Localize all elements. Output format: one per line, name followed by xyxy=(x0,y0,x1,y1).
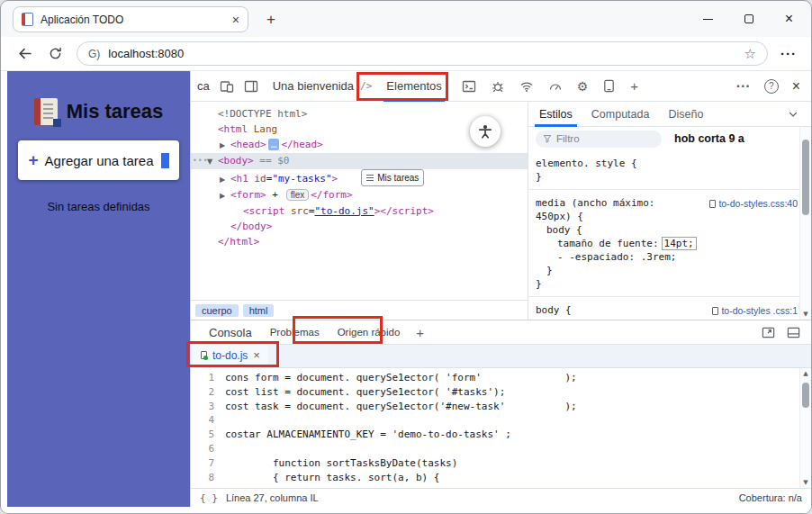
code-line[interactable]: 3cost task = document. querySe1ector('#n… xyxy=(191,400,799,414)
stylesheet-link[interactable]: to-do-styles.css:40 xyxy=(709,197,798,211)
expand-drawer-icon[interactable] xyxy=(762,326,775,339)
style-rule-line[interactable]: } xyxy=(528,277,799,291)
refresh-button[interactable] xyxy=(49,47,62,60)
caret-down-icon[interactable]: ▼ xyxy=(207,154,218,169)
style-rule-line[interactable]: media (ancho máximo:to-do-styles.css:40 xyxy=(528,196,799,210)
minimize-button[interactable] xyxy=(688,1,728,37)
caret-right-icon[interactable]: ▶ xyxy=(220,188,230,203)
file-tab-todojs[interactable]: to-do.js × xyxy=(193,345,268,367)
back-button[interactable] xyxy=(17,46,32,61)
tab-layout[interactable]: Diseño xyxy=(660,102,711,127)
caret-right-icon[interactable]: ▶ xyxy=(220,138,230,153)
scrollbar-thumb[interactable] xyxy=(802,383,809,408)
code-line[interactable]: 4 xyxy=(191,413,799,428)
close-file-tab-icon[interactable]: × xyxy=(253,348,260,362)
console-panel-icon[interactable] xyxy=(462,79,476,94)
tab-quick-source[interactable]: Origen rápido xyxy=(338,327,401,338)
style-rule-line[interactable]: body {to-do-styles .css:1 xyxy=(528,303,799,317)
devtools-drawer: Consola Problemas Origen rápido + xyxy=(191,320,811,507)
code-text: cost task = document. querySe1ector('#ne… xyxy=(225,400,577,414)
dom-tree-row[interactable]: </html> xyxy=(191,234,528,249)
code-line[interactable]: 8 { return tasks. sort(a, b) { xyxy=(191,471,799,485)
scroll-down-icon[interactable]: ▼ xyxy=(800,311,811,318)
style-rule-section: media (ancho máximo:to-do-styles.css:404… xyxy=(528,189,799,296)
help-icon[interactable]: ? xyxy=(764,79,779,94)
url-text[interactable]: localhost:8080 xyxy=(108,47,735,60)
browser-menu-kebab-icon[interactable]: ··· xyxy=(780,46,797,61)
tab-welcome[interactable]: Una bienvenida xyxy=(267,71,359,102)
dom-tree-row[interactable]: ▶<form> + flex</form> xyxy=(191,187,528,203)
style-rule-line[interactable]: body { xyxy=(528,223,799,237)
dom-tree-row[interactable]: </body> xyxy=(191,219,528,234)
browser-tab[interactable]: Aplicación TODO × xyxy=(13,6,248,32)
line-number: 1 xyxy=(191,371,225,385)
close-window-button[interactable]: × xyxy=(769,1,809,37)
code-line[interactable]: 6 xyxy=(191,442,799,456)
devtools-panel: ca Una bienvenida /> Elementos xyxy=(190,71,811,507)
tab-console[interactable]: Consola xyxy=(209,326,252,339)
code-token: script> xyxy=(392,205,434,217)
pretty-print-icon[interactable]: { } xyxy=(200,492,218,504)
tab-elements[interactable]: Elementos xyxy=(381,71,447,102)
line-number: 7 xyxy=(191,456,225,471)
add-drawer-tab-icon[interactable]: + xyxy=(416,325,424,340)
dock-bottom-icon[interactable] xyxy=(787,326,800,339)
dom-tree-row[interactable]: •••▼<body> == $0 xyxy=(191,153,528,169)
scrollbar-thumb[interactable] xyxy=(802,140,809,215)
dom-tree-row[interactable]: <script src="to-do.js"></script> xyxy=(191,203,528,219)
breadcrumb-item-body[interactable]: cuerpo xyxy=(195,304,239,317)
add-task-button[interactable]: + Agregar una tarea xyxy=(18,140,179,180)
performance-gauge-icon[interactable] xyxy=(548,79,563,94)
code-line[interactable]: 1cons form = document. querySe1ector( 'f… xyxy=(191,371,799,385)
network-wifi-icon[interactable] xyxy=(519,79,534,94)
text-caret-highlight xyxy=(161,153,169,168)
scroll-up-icon[interactable]: ▲ xyxy=(800,370,811,377)
styles-toolbar-text[interactable]: hob corta 9 a xyxy=(674,132,744,145)
toolbar-right-cluster: ··· ? × xyxy=(736,78,811,95)
bug-icon[interactable] xyxy=(491,79,505,94)
dom-tree-row[interactable]: ▶<h1 id="my-tasks">Mis tareas xyxy=(191,169,528,187)
device-emulation-icon[interactable] xyxy=(602,79,616,93)
tab-close-icon[interactable]: × xyxy=(232,13,239,27)
accessibility-inspect-button[interactable] xyxy=(470,116,501,147)
new-tab-button[interactable]: + xyxy=(266,11,275,29)
more-tools-plus-icon[interactable]: + xyxy=(630,79,638,93)
css-text: body { xyxy=(546,224,582,236)
styles-filter-input[interactable]: Filtro xyxy=(536,131,662,148)
chevron-down-icon[interactable] xyxy=(788,109,798,120)
accessibility-person-icon xyxy=(477,123,493,140)
address-bar[interactable]: G) localhost:8080 ☆ xyxy=(77,41,768,66)
more-options-kebab-icon[interactable]: ··· xyxy=(736,78,751,95)
site-info-badge[interactable]: G) xyxy=(88,48,100,60)
close-devtools-icon[interactable]: × xyxy=(792,78,800,95)
style-rule-line[interactable]: } xyxy=(528,170,799,184)
device-toolbar-icon[interactable] xyxy=(220,79,234,94)
dock-panel-icon[interactable] xyxy=(244,79,258,94)
style-rule-line[interactable]: 450px) { xyxy=(528,210,799,223)
devtools-middle: <!DOCTYPE html><html Lang▶<head>…</head>… xyxy=(191,102,811,320)
favorite-star-icon[interactable]: ☆ xyxy=(744,46,756,62)
maximize-button[interactable] xyxy=(728,1,769,37)
tab-styles[interactable]: Estilos xyxy=(531,102,581,127)
stylesheet-link[interactable]: to-do-styles .css:1 xyxy=(712,304,798,318)
css-text: - -espaciado: .3rem; xyxy=(557,251,676,263)
tab-issues[interactable]: Problemas xyxy=(270,327,320,338)
style-rule-line[interactable]: tamaño de fuente:14pt; xyxy=(528,237,799,250)
settings-gear-icon[interactable]: ⚙ xyxy=(577,80,589,93)
scroll-down-icon[interactable]: ▼ xyxy=(800,479,811,486)
styles-scrollbar[interactable]: ▼ xyxy=(799,127,811,320)
caret-right-icon[interactable]: ▶ xyxy=(220,172,230,187)
style-rule-line[interactable]: } xyxy=(528,264,799,277)
code-scrollbar[interactable]: ▲ ▼ xyxy=(799,368,811,488)
style-rule-line[interactable]: - -espaciado: .3rem; xyxy=(528,250,799,264)
row-actions-dots[interactable]: ••• xyxy=(193,153,208,168)
tab-computed[interactable]: Computada xyxy=(583,102,658,127)
style-rule-line[interactable]: elemento. style { xyxy=(528,157,799,170)
breadcrumb-item-html[interactable]: html xyxy=(243,304,275,317)
css-value-editbox[interactable]: 14pt; xyxy=(662,237,697,250)
code-line[interactable]: 5costar ALMACENAMIENTO_KEY = 'demo-to-do… xyxy=(191,428,799,442)
source-code-editor[interactable]: 1cons form = document. querySe1ector( 'f… xyxy=(191,368,799,488)
element-tooltip: Mis tareas xyxy=(361,169,424,186)
code-line[interactable]: 7 function sortTasksByDate(tasks) xyxy=(191,456,799,471)
code-line[interactable]: 2cost list = document. querySe1ector( '#… xyxy=(191,385,799,400)
